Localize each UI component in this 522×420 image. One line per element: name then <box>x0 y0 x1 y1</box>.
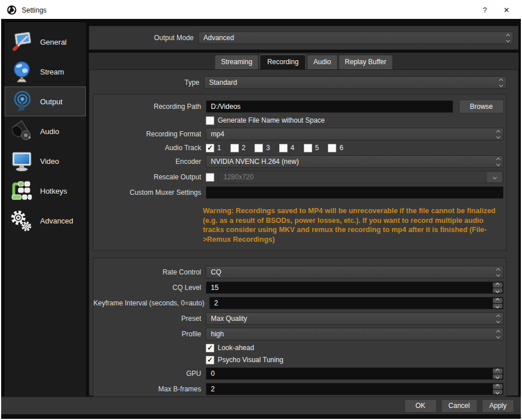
keyframe-interval-row: Keyframe Interval (seconds, 0=auto) 2 <box>93 297 504 309</box>
audio-track-6[interactable]: 6 <box>328 144 343 152</box>
rate-control-select[interactable]: CQ <box>206 266 504 278</box>
output-mode-select[interactable]: Advanced <box>198 32 513 44</box>
spin-down-button[interactable] <box>493 304 503 309</box>
spin-up-button[interactable] <box>493 368 503 374</box>
audio-track-checkbox[interactable] <box>328 144 336 152</box>
dropdown-arrows-icon <box>493 328 503 340</box>
tab-streaming[interactable]: Streaming <box>215 55 259 70</box>
audio-track-5[interactable]: 5 <box>304 144 319 152</box>
audio-track-checkbox[interactable] <box>206 144 214 152</box>
dropdown-arrows-icon <box>503 32 513 44</box>
rescale-output-row: Rescale Output 1280x720 <box>93 171 504 183</box>
sidebar-item-video[interactable]: Video <box>5 146 86 176</box>
preset-label: Preset <box>93 315 206 323</box>
titlebar: Settings ? ✕ <box>1 1 521 19</box>
sidebar-item-stream[interactable]: Stream <box>5 57 86 87</box>
lookahead-row: Look-ahead <box>93 343 504 352</box>
encoder-select[interactable]: NVIDIA NVENC H.264 (new) <box>206 155 504 168</box>
dropdown-arrows-icon <box>493 266 503 278</box>
audio-track-4[interactable]: 4 <box>279 144 295 152</box>
muxer-settings-input[interactable] <box>206 186 504 199</box>
recording-path-input[interactable]: D:/Videos <box>206 100 453 113</box>
lookahead-checkbox[interactable] <box>206 344 214 352</box>
audio-track-1[interactable]: 1 <box>206 144 221 152</box>
audio-track-checkbox[interactable] <box>279 144 288 152</box>
spin-up-button[interactable] <box>493 384 503 389</box>
audio-track-checkbox[interactable] <box>230 144 239 152</box>
rate-control-row: Rate Control CQ <box>93 266 504 278</box>
sidebar-item-label: Stream <box>40 68 64 76</box>
tab-replay-buffer[interactable]: Replay Buffer <box>339 55 393 70</box>
lookahead-label: Look-ahead <box>218 344 254 352</box>
type-select[interactable]: Standard <box>204 76 507 89</box>
spin-down-button[interactable] <box>493 288 503 293</box>
sidebar-item-label: Hotkeys <box>40 187 67 195</box>
sidebar-item-audio[interactable]: Audio <box>5 116 86 146</box>
profile-select[interactable]: high <box>206 328 504 340</box>
encoder-label: Encoder <box>93 158 206 166</box>
audio-track-group: 123456 <box>206 144 504 152</box>
generate-filename-label: Generate File Name without Space <box>218 116 325 124</box>
help-button[interactable]: ? <box>474 3 496 18</box>
hotkeys-icon <box>10 179 33 202</box>
generate-filename-checkbox[interactable] <box>206 116 214 125</box>
sidebar-item-label: Video <box>40 157 59 166</box>
recording-format-label: Recording Format <box>93 130 206 138</box>
dropdown-arrows-icon <box>496 77 506 88</box>
max-bframes-input[interactable]: 2 <box>206 383 504 395</box>
window-title: Settings <box>22 6 46 14</box>
audio-track-number: 1 <box>217 144 221 152</box>
sidebar-item-label: Audio <box>40 127 59 136</box>
cancel-button[interactable]: Cancel <box>441 399 477 413</box>
sidebar-item-output[interactable]: Output <box>5 87 86 116</box>
encoder-row: Encoder NVIDIA NVENC H.264 (new) <box>93 155 504 168</box>
settings-content: Output Mode Advanced Streaming Recording… <box>89 22 519 397</box>
profile-row: Profile high <box>93 328 504 340</box>
dropdown-arrows-icon <box>493 128 503 140</box>
audio-track-checkbox[interactable] <box>254 144 263 152</box>
tab-recording[interactable]: Recording <box>260 54 306 69</box>
obs-logo-icon <box>7 5 17 15</box>
audio-track-number: 5 <box>315 144 319 152</box>
recording-format-select[interactable]: mp4 <box>206 128 504 140</box>
rescale-resolution-select[interactable]: 1280x720 <box>218 171 504 183</box>
cq-level-input[interactable]: 15 <box>206 281 504 294</box>
audio-track-3[interactable]: 3 <box>254 144 270 152</box>
preset-select[interactable]: Max Quality <box>206 312 504 325</box>
sidebar-item-general[interactable]: General <box>5 27 86 57</box>
audio-track-2[interactable]: 2 <box>230 144 246 152</box>
ok-button[interactable]: OK <box>405 399 437 413</box>
sidebar-item-hotkeys[interactable]: Hotkeys <box>5 176 86 206</box>
tab-audio[interactable]: Audio <box>307 55 337 70</box>
close-button[interactable]: ✕ <box>496 3 517 18</box>
dropdown-arrows-icon <box>493 313 503 324</box>
keyframe-interval-input[interactable]: 2 <box>209 297 504 309</box>
gpu-input[interactable]: 0 <box>206 367 504 380</box>
muxer-settings-row: Custom Muxer Settings <box>93 186 504 199</box>
spin-down-button[interactable] <box>493 374 503 379</box>
keyframe-interval-label: Keyframe Interval (seconds, 0=auto) <box>93 299 209 307</box>
rescale-output-checkbox[interactable] <box>206 173 214 182</box>
apply-button[interactable]: Apply <box>482 399 514 413</box>
output-mode-label: Output Mode <box>89 34 198 42</box>
browse-button[interactable]: Browse <box>459 100 504 113</box>
recording-path-label: Recording Path <box>93 103 206 111</box>
psycho-visual-label: Psycho Visual Tuning <box>218 356 284 364</box>
spin-down-button[interactable] <box>493 390 503 395</box>
chevron-down-icon <box>487 172 502 182</box>
output-mode-group: Output Mode Advanced <box>89 26 519 50</box>
audio-track-number: 2 <box>242 144 246 152</box>
psycho-visual-row: Psycho Visual Tuning <box>93 355 504 364</box>
max-bframes-row: Max B-frames 2 <box>93 383 504 395</box>
profile-label: Profile <box>93 330 206 338</box>
settings-sidebar: General Stream Outp <box>5 22 86 397</box>
output-icon <box>10 90 33 113</box>
psycho-visual-checkbox[interactable] <box>206 356 214 364</box>
spin-up-button[interactable] <box>493 282 503 288</box>
output-tabwidget: Streaming Recording Audio Replay Buffer … <box>89 53 519 396</box>
sidebar-item-advanced[interactable]: Advanced <box>5 206 86 235</box>
sidebar-item-label: General <box>40 38 66 46</box>
audio-track-checkbox[interactable] <box>304 144 312 152</box>
gpu-row: GPU 0 <box>93 367 504 380</box>
spin-up-button[interactable] <box>493 298 503 303</box>
